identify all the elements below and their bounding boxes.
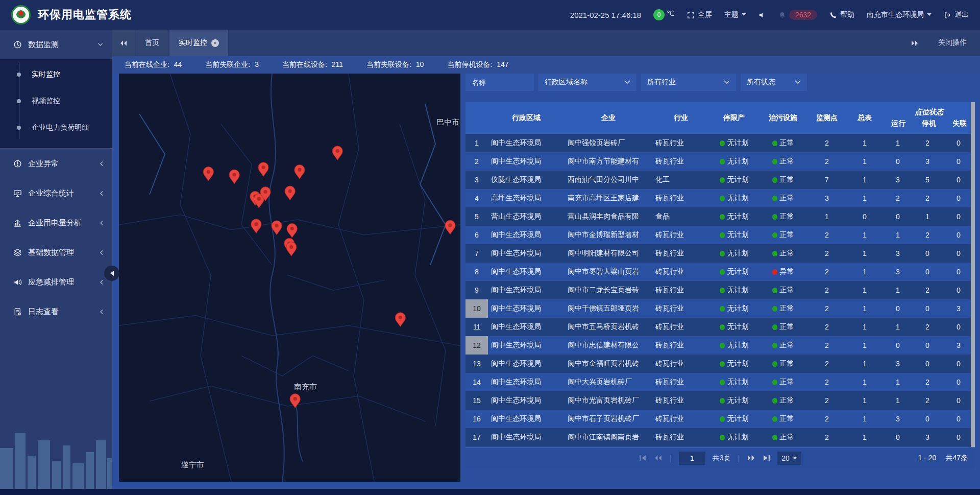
cell-running: 2 (883, 194, 913, 202)
chevron-down-icon (724, 80, 730, 84)
previous-page-button[interactable] (654, 455, 663, 461)
cell-region: 高坪生态环境局 (488, 194, 565, 203)
cell-region: 阆中生态环境局 (488, 230, 565, 240)
table-row[interactable]: 12 阆中生态环境局 阆中市忠信建材有限公 砖瓦行业 无计划 正常 2 1 0 … (465, 336, 975, 355)
table-row[interactable]: 15 阆中生态环境局 阆中市光富页岩机砖厂 砖瓦行业 无计划 正常 2 1 1 … (465, 391, 975, 410)
sidebar-menu-item[interactable]: 基础数据管理 (0, 238, 112, 267)
table-row[interactable]: 3 仪陇生态环境局 西南油气田分公司川中 化工 无计划 正常 7 1 3 5 0 (465, 171, 975, 189)
sidebar-menu-item[interactable]: 企业综合统计 (0, 178, 112, 208)
cell-running: 1 (883, 286, 913, 294)
map-pin-icon[interactable] (395, 313, 405, 327)
table-row[interactable]: 2 阆中生态环境局 阆中市南方节能建材有 砖瓦行业 无计划 正常 2 1 0 3… (465, 152, 975, 171)
table-row[interactable]: 4 高坪生态环境局 南充市高坪区王家店建 砖瓦行业 无计划 正常 3 1 2 2… (465, 189, 975, 207)
page-number-input[interactable] (679, 452, 705, 465)
table-scrollbar[interactable] (971, 102, 975, 447)
double-chevron-right-icon[interactable] (911, 40, 919, 46)
sidebar-submenu-item[interactable]: 视频监控 (0, 88, 112, 114)
table-row[interactable]: 5 营山生态环境局 营山县润丰肉食品有限 食品 无计划 正常 1 0 0 1 0 (465, 207, 975, 226)
status-dot (772, 398, 777, 404)
table-row[interactable]: 1 阆中生态环境局 阆中强锐页岩砖厂 砖瓦行业 无计划 正常 2 1 1 2 0 (465, 134, 975, 152)
close-operations-button[interactable]: 关闭操作 (938, 38, 967, 48)
group-header-label: 点位状态 (883, 108, 975, 117)
page-size-select[interactable]: 20 (777, 452, 801, 465)
cell-stopped: 0 (913, 415, 942, 423)
table-row[interactable]: 10 阆中生态环境局 阆中千佛镇五郎垭页岩 砖瓦行业 无计划 正常 2 1 0 … (465, 299, 975, 318)
stat-label: 当前停机设备: (447, 60, 492, 68)
map-pin-icon[interactable] (332, 146, 342, 160)
cell-monitor-points: 2 (807, 323, 846, 331)
table-row[interactable]: 6 阆中生态环境局 阆中市金博瑞新型墙材 砖瓦行业 无计划 正常 2 1 1 2… (465, 226, 975, 244)
fullscreen-button[interactable]: 全屏 (687, 10, 712, 19)
mute-button[interactable] (758, 11, 766, 19)
status-dot (772, 214, 777, 220)
map-pin-icon[interactable] (251, 219, 261, 233)
tab[interactable]: 首页 (136, 30, 168, 56)
sidebar-submenu-item[interactable]: 实时监控 (0, 61, 112, 88)
table-row[interactable]: 11 阆中生态环境局 阆中市五马桥页岩机砖 砖瓦行业 无计划 正常 2 1 1 … (465, 318, 975, 336)
cell-lost: 0 (942, 157, 975, 166)
table-row[interactable]: 9 阆中生态环境局 阆中市二龙长宝页岩砖 砖瓦行业 无计划 正常 2 1 1 2… (465, 281, 975, 299)
cell-facility-status: 正常 (758, 194, 807, 203)
footer-strip (0, 489, 980, 495)
logout-icon (944, 11, 951, 19)
status-dot (772, 416, 777, 422)
notifications-button[interactable]: 2632 (778, 10, 817, 20)
table-row[interactable]: 14 阆中生态环境局 阆中大兴页岩机砖厂 砖瓦行业 无计划 正常 2 1 1 2… (465, 373, 975, 391)
status-dot (720, 361, 725, 367)
cell-lost: 0 (942, 360, 975, 368)
user-dropdown[interactable]: 南充市生态环境局 (867, 10, 932, 19)
industry-filter-select[interactable]: 所有行业 (641, 74, 736, 91)
chevron-icon (100, 191, 103, 196)
region-filter-select[interactable]: 行政区域名称 (538, 74, 636, 91)
status-dot (720, 435, 725, 440)
log-file-icon (13, 308, 22, 316)
map-pin-icon[interactable] (286, 242, 297, 256)
sidebar-submenu-item[interactable]: 企业电力负荷明细 (0, 114, 112, 141)
name-filter-input[interactable] (465, 74, 534, 91)
map-pin-icon[interactable] (445, 220, 455, 234)
map-pin-icon[interactable] (229, 170, 239, 184)
map-pin-icon[interactable] (203, 167, 213, 181)
cell-industry: 化工 (652, 175, 709, 184)
status-dot (720, 306, 725, 312)
sidebar-menu-item[interactable]: 企业异常 (0, 149, 112, 178)
map-pin-icon[interactable] (285, 186, 295, 200)
cell-limit-status: 无计划 (709, 249, 758, 258)
status-filter-select[interactable]: 所有状态 (741, 74, 807, 91)
sub-column-header: 失联 (944, 119, 975, 128)
map-pin-icon[interactable] (287, 224, 297, 238)
column-header: 治污设施 (758, 113, 807, 123)
cell-company: 阆中大兴页岩机砖厂 (565, 378, 652, 387)
cell-limit-status: 无计划 (709, 230, 758, 240)
cell-lost: 0 (942, 194, 975, 202)
chevron-icon (100, 220, 103, 226)
tab-close-icon[interactable]: × (211, 39, 219, 47)
table-row[interactable]: 16 阆中生态环境局 阆中市石子页岩机砖厂 砖瓦行业 无计划 正常 2 1 3 … (465, 410, 975, 428)
map-pin-icon[interactable] (295, 165, 305, 179)
sidebar-menu-item[interactable]: 企业用电量分析 (0, 208, 112, 238)
sidebar-menu-item[interactable]: 数据监测 (0, 30, 112, 59)
tab[interactable]: 实时监控 × (169, 30, 228, 56)
theme-dropdown[interactable]: 主题 (724, 10, 746, 19)
table-row[interactable]: 17 阆中生态环境局 阆中市江南镇阆南页岩 砖瓦行业 无计划 正常 2 1 0 … (465, 428, 975, 446)
cell-limit-status: 无计划 (709, 175, 758, 184)
sidebar-menu-item[interactable]: 日志查看 (0, 297, 112, 326)
cell-total-meters: 1 (846, 268, 883, 276)
tab-scroll-left-button[interactable] (112, 30, 135, 56)
first-page-button[interactable] (639, 455, 647, 461)
help-button[interactable]: 帮助 (829, 10, 854, 19)
status-dot (772, 269, 777, 275)
table-row[interactable]: 8 阆中生态环境局 阆中市枣碧大梁山页岩 砖瓦行业 无计划 异常 2 1 3 0… (465, 263, 975, 281)
cell-stopped: 2 (913, 396, 942, 405)
next-page-button[interactable] (747, 455, 755, 461)
sidebar-collapse-button[interactable] (104, 266, 119, 281)
map-pin-icon[interactable] (258, 162, 268, 177)
sidebar-menu-item[interactable]: 应急减排管理 (0, 267, 112, 297)
logout-button[interactable]: 退出 (944, 10, 969, 19)
cell-lost: 0 (942, 433, 975, 441)
table-row[interactable]: 7 阆中生态环境局 阆中明阳建材有限公司 砖瓦行业 无计划 正常 2 1 3 0… (465, 244, 975, 263)
table-row[interactable]: 13 阆中生态环境局 阆中市金福旺页岩机砖 砖瓦行业 无计划 正常 2 1 3 … (465, 355, 975, 373)
map-panel[interactable]: 巴中市南充市遂宁市 (119, 74, 460, 482)
last-page-button[interactable] (763, 455, 770, 461)
temperature: 0 ℃ (653, 9, 675, 20)
